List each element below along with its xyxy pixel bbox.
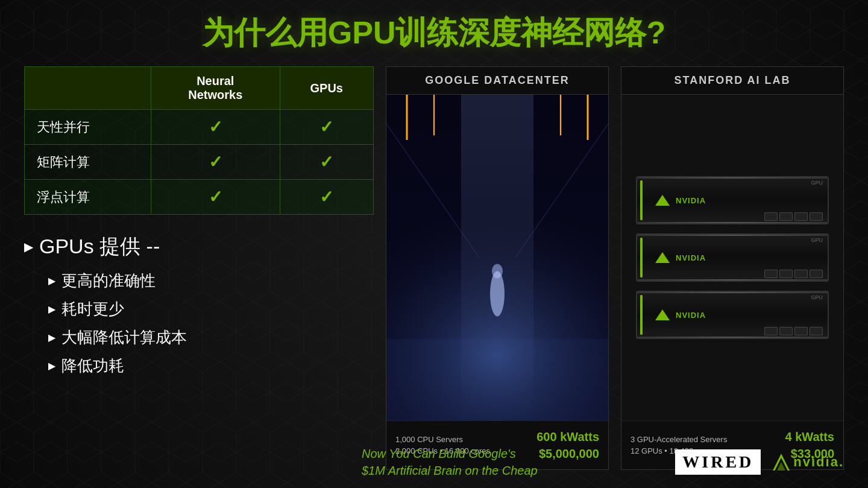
google-panel-image [386,95,608,420]
table-row: 浮点计算 ✓ ✓ [25,180,374,215]
row-check-3-1: ✓ [151,180,280,215]
svg-marker-39 [655,195,670,206]
google-datacenter-svg [386,95,608,420]
sub-arrow-icon: ▶ [48,275,55,287]
left-panel: NeuralNetworks GPUs 天性并行 ✓ ✓ 矩阵计算 ✓ ✓ [24,66,374,470]
bullet-sub-2: ▶ 耗时更少 [48,299,374,320]
sub-arrow-icon: ▶ [48,332,55,343]
bullet-sub-3: ▶ 大幅降低计算成本 [48,327,374,348]
row-check-2-2: ✓ [280,145,374,180]
svg-marker-41 [655,309,670,320]
sub-arrow-icon: ▶ [48,360,55,372]
bullet-sub-4: ▶ 降低功耗 [48,355,374,376]
logos-container: WIRED nvidia. [675,449,844,475]
sub-arrow-icon: ▶ [48,303,55,315]
row-check-2-1: ✓ [151,145,280,180]
row-label-3: 浮点计算 [25,180,151,215]
nvidia-brand-text: nvidia. [793,454,844,470]
svg-marker-40 [655,252,670,263]
bullet-main: ▶ GPUs 提供 -- [24,233,374,261]
nvidia-eye-logo [773,454,790,471]
stanford-panel-title: STANFORD AI LAB [621,67,843,95]
row-label-2: 矩阵计算 [25,145,151,180]
bottom-bar: Now You Can Build Google's $1M Artificia… [362,445,844,479]
table-row: 矩阵计算 ✓ ✓ [25,145,374,180]
nvidia-brand-logo: nvidia. [773,454,844,471]
nvidia-eye-icon-1 [655,195,670,206]
nvidia-logo-text-1: NVIDIA [676,196,706,205]
nvidia-server-2: NVIDIA GPU [636,233,829,282]
main-content: NeuralNetworks GPUs 天性并行 ✓ ✓ 矩阵计算 ✓ ✓ [24,66,844,470]
row-check-1-1: ✓ [151,110,280,145]
google-datacenter-panel: GOOGLE DATACENTER [386,66,609,470]
nvidia-server-3: NVIDIA GPU [636,291,829,339]
row-label-1: 天性并行 [25,110,151,145]
svg-rect-28 [461,95,533,420]
page-title: 为什么用GPU训练深度神经网络? [24,12,844,54]
nvidia-eye-icon-3 [655,309,670,320]
stanford-ai-panel: STANFORD AI LAB NVIDIA GPU [621,66,844,470]
comparison-table: NeuralNetworks GPUs 天性并行 ✓ ✓ 矩阵计算 ✓ ✓ [24,66,374,215]
google-panel-title: GOOGLE DATACENTER [386,67,608,95]
stanford-servers-container: NVIDIA GPU [621,95,843,420]
right-panels: GOOGLE DATACENTER [386,66,844,470]
bullets-section: ▶ GPUs 提供 -- ▶ 更高的准确性 ▶ 耗时更少 ▶ 大幅降低计算成本 … [24,233,374,376]
wired-tagline: Now You Can Build Google's $1M Artificia… [362,445,538,479]
arrow-icon: ▶ [24,239,33,254]
svg-point-30 [492,264,503,279]
nvidia-eye-icon-2 [655,252,670,263]
wired-logo: WIRED [675,449,761,475]
nvidia-logo-text-3: NVIDIA [676,311,706,320]
row-check-3-2: ✓ [280,180,374,215]
col-neural-networks: NeuralNetworks [151,67,280,110]
nvidia-server-1: NVIDIA GPU [636,176,829,224]
table-row: 天性并行 ✓ ✓ [25,110,374,145]
col-gpus: GPUs [280,67,374,110]
nvidia-logo-text-2: NVIDIA [676,253,706,262]
col-empty [25,67,151,110]
row-check-1-2: ✓ [280,110,374,145]
bullet-sub-1: ▶ 更高的准确性 [48,270,374,291]
stanford-panel-image: NVIDIA GPU [621,95,843,420]
